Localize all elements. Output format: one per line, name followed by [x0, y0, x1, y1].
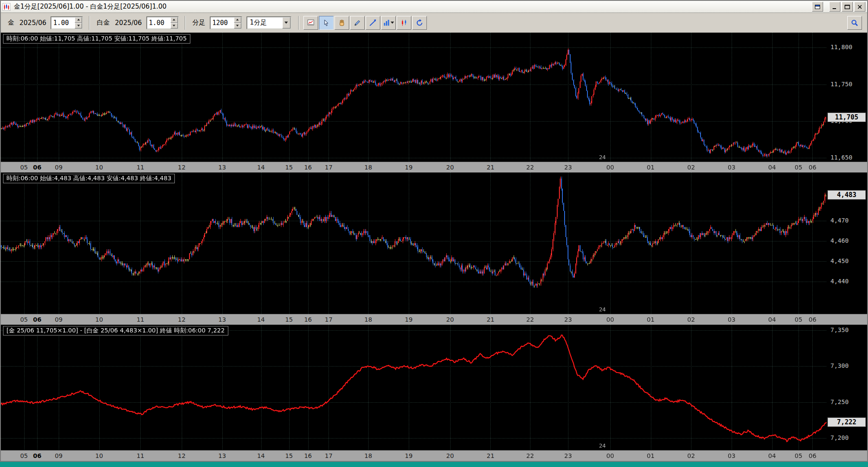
gold-ratio-spinbox	[51, 16, 83, 29]
spin-up-icon[interactable]	[75, 17, 82, 23]
time-tick-label: 12	[178, 452, 186, 459]
pencil-draw-icon	[354, 19, 361, 27]
time-tick-label: 17	[325, 452, 333, 459]
spin-up-icon[interactable]	[170, 17, 178, 23]
gold-price-axis[interactable]: 11,80011,75011,70011,65011,705	[827, 33, 867, 162]
period-combo[interactable]: 1分足	[246, 16, 291, 29]
time-tick-label: 19	[405, 316, 413, 323]
time-tick-label: 09	[55, 316, 63, 323]
time-tick-label: 21	[486, 316, 494, 323]
time-tick-label: 05	[795, 316, 802, 323]
float-window-icon	[814, 4, 821, 9]
price-tick-label: 4,470	[830, 217, 849, 224]
time-tick-label: 12	[178, 316, 186, 323]
time-tick-label: 20	[446, 316, 454, 323]
time-tick-label: 06	[809, 452, 817, 459]
time-tick-label: 05	[795, 164, 802, 171]
time-tick-label: 09	[55, 164, 63, 171]
current-price-tag: 4,483	[827, 190, 866, 200]
spin-up-icon[interactable]	[234, 17, 241, 23]
price-tick-label: 7,300	[830, 362, 849, 369]
platinum-price-axis[interactable]: 4,4704,4604,4504,4404,483	[827, 172, 867, 314]
toolbar-separator	[298, 16, 299, 30]
toolbar: 金 2025/06 白金 2025/06 分足 1分足	[1, 13, 867, 33]
time-tick-label: 03	[728, 452, 735, 459]
time-tick-label: 18	[364, 452, 372, 459]
time-tick-label: 10	[95, 452, 103, 459]
platinum-ohlc-info: 時刻:06:00 始値:4,483 高値:4,483 安値:4,483 終値:4…	[3, 174, 175, 183]
time-tick-label: 16	[304, 452, 312, 459]
time-tick-label: 02	[687, 164, 695, 171]
gold-candlestick-chart[interactable]	[1, 33, 827, 162]
time-tick-label: 14	[257, 164, 265, 171]
platinum-ratio-spin-buttons	[170, 17, 178, 28]
gold-time-axis[interactable]: 0506091011121314151617181920212223000102…	[1, 162, 867, 172]
window-controls	[812, 2, 865, 12]
spin-down-icon[interactable]	[75, 23, 82, 28]
spread-price-axis[interactable]: 7,3507,3007,2507,2007,222	[827, 325, 867, 450]
platinum-ratio-input[interactable]	[147, 17, 170, 28]
time-tick-label: 01	[647, 316, 655, 323]
float-window-button[interactable]	[812, 2, 823, 12]
cursor-select-button[interactable]	[319, 16, 334, 30]
time-tick-label: 17	[325, 164, 333, 171]
time-tick-label: 00	[606, 164, 614, 171]
time-tick-label: 04	[768, 164, 776, 171]
magnifier-button[interactable]	[847, 16, 862, 30]
current-price-tag: 7,222	[827, 417, 866, 427]
compare-candles-button[interactable]	[397, 16, 411, 30]
line-draw-button[interactable]	[366, 16, 380, 30]
refresh-button[interactable]	[412, 16, 427, 30]
platinum-candlestick-chart[interactable]	[1, 172, 827, 314]
price-tick-label: 11,800	[830, 44, 852, 50]
time-tick-label: 04	[768, 316, 776, 323]
gold-chart-panel: 時刻:06:00 始値:11,705 高値:11,705 安値:11,705 終…	[1, 33, 867, 172]
price-tick-label: 11,750	[830, 81, 852, 88]
time-tick-label: 00	[606, 452, 614, 459]
spin-down-icon[interactable]	[234, 23, 241, 28]
time-tick-label: 06	[33, 452, 41, 459]
close-button[interactable]	[854, 2, 865, 12]
gold-ratio-input[interactable]	[51, 17, 75, 28]
spread-time-axis[interactable]: 0506091011121314151617181920212223000102…	[1, 450, 867, 461]
time-tick-label: 20	[446, 164, 454, 171]
chart-settings-button[interactable]	[303, 16, 318, 30]
line-draw-icon	[369, 19, 377, 27]
toolbar-separator	[89, 16, 90, 30]
time-tick-label: 06	[809, 164, 817, 171]
day-marker: 24	[599, 154, 606, 160]
time-tick-label: 11	[136, 164, 144, 171]
time-tick-label: 15	[285, 452, 293, 459]
bar-count-spin-buttons	[234, 17, 241, 28]
platinum-time-axis[interactable]: 0506091011121314151617181920212223000102…	[1, 314, 867, 325]
time-tick-label: 06	[809, 316, 817, 323]
close-icon	[857, 4, 863, 9]
spread-line-chart[interactable]	[1, 325, 827, 450]
gold-month-label: 2025/06	[19, 19, 46, 27]
time-tick-label: 04	[768, 452, 776, 459]
platinum-ratio-spinbox	[146, 16, 179, 29]
desktop-strip	[0, 462, 868, 467]
hand-pan-button[interactable]	[335, 16, 349, 30]
pencil-draw-button[interactable]	[350, 16, 365, 30]
time-tick-label: 00	[606, 316, 614, 323]
price-tick-label: 7,200	[830, 434, 849, 441]
time-tick-label: 05	[20, 316, 28, 323]
maximize-button[interactable]	[842, 2, 853, 12]
spread-chart-panel: [金 25/06 11,705×1.00] - [白金 25/06 4,483×…	[1, 325, 867, 461]
combo-dropdown-button[interactable]	[282, 17, 290, 28]
current-price-tag: 11,705	[827, 113, 866, 122]
titlebar: 金1分足[2025/06]1.00 - 白金1分足[2025/06]1.00	[1, 1, 867, 13]
time-tick-label: 13	[218, 452, 226, 459]
spin-down-icon[interactable]	[170, 23, 178, 28]
bar-type-label: 分足	[193, 19, 205, 27]
bar-style-button[interactable]	[381, 16, 396, 30]
price-tick-label: 11,650	[830, 154, 852, 161]
toolbar-separator	[185, 16, 186, 30]
time-tick-label: 14	[257, 316, 265, 323]
bar-count-input[interactable]	[211, 17, 234, 28]
time-tick-label: 06	[33, 164, 41, 171]
time-tick-label: 05	[20, 164, 28, 171]
minimize-button[interactable]	[829, 2, 840, 12]
time-tick-label: 18	[364, 316, 372, 323]
